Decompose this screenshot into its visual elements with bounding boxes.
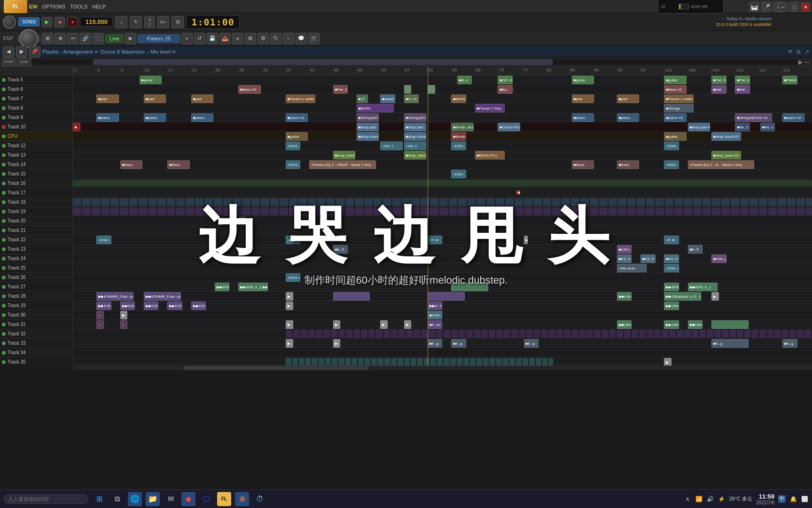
clip[interactable]: ■piano — [191, 113, 213, 122]
loop-icon[interactable]: ↻ — [130, 16, 142, 28]
clip[interactable] — [404, 85, 412, 94]
clip[interactable]: ■Bass #2 — [238, 85, 260, 94]
clip[interactable]: ♪Val..1 — [404, 142, 426, 150]
horizontal-scrollbar-top[interactable] — [32, 59, 797, 65]
clip[interactable]: ▶▶EFB..h_1 — [664, 283, 679, 291]
tray-icon-up[interactable]: ∧ — [684, 495, 691, 503]
magnet-button[interactable]: ⊕ — [55, 33, 66, 44]
loop-button[interactable]: ↩ — [67, 33, 78, 44]
menu-item-ew[interactable]: EW — [29, 4, 38, 9]
clip[interactable]: ■drop pad #2 — [688, 123, 710, 131]
clip[interactable]: ■pad — [191, 95, 213, 103]
clip[interactable]: ▶▶KSHMR_Fran..own_Paris — [96, 292, 133, 301]
plugin-button[interactable]: 🔌 — [270, 33, 281, 44]
clip[interactable]: ■guitar — [572, 76, 594, 84]
clip[interactable]: ▶▶KSH..ng — [120, 302, 135, 310]
clip[interactable]: ▶▶Ultrasonic..e 3 - Jungle — [664, 292, 701, 301]
clip[interactable]: ♪KSH.. — [286, 142, 300, 150]
master-volume-knob[interactable] — [3, 16, 16, 29]
clip[interactable]: ▶ — [286, 339, 293, 348]
midi-icon[interactable]: 🎹 — [749, 2, 759, 12]
playlist-detach[interactable]: ⧉ — [796, 48, 801, 55]
pattern-knob[interactable] — [17, 33, 40, 44]
track-content-area[interactable]: 1 5 9 13 17 21 25 29 33 37 41 45 49 53 5… — [73, 67, 812, 365]
stop-button[interactable]: ■ — [55, 17, 65, 27]
clip[interactable]: ♪P..th — [286, 236, 300, 244]
clip[interactable]: ■lead2 — [380, 95, 395, 103]
menu-item-tools[interactable]: TOOLS — [70, 4, 87, 9]
snap-icon[interactable]: W+ — [157, 16, 169, 28]
playlist-nav-fwd[interactable]: ▶ — [16, 46, 27, 57]
tray-icon-speaker[interactable]: 🔊 — [706, 495, 714, 503]
clip[interactable]: ▶▶Ultrasonic..e 3 - Jungle — [664, 302, 679, 310]
edge-browser-icon[interactable]: 🌐 — [128, 492, 142, 506]
clip[interactable]: ■KSH..p_08 — [617, 245, 632, 254]
clip[interactable]: ■Bass — [120, 160, 142, 169]
maximize-button[interactable]: □ — [789, 2, 799, 12]
menu-item-help[interactable]: HELP — [92, 4, 106, 9]
clip[interactable]: ■drop pad — [404, 123, 426, 131]
minimize-button[interactable]: ─ — [778, 2, 788, 12]
clip[interactable]: ▶▶KSH..ng — [144, 302, 158, 310]
clock-icon[interactable]: ⏱ — [253, 492, 267, 506]
clip[interactable]: ■Chord FILL — [498, 123, 520, 131]
clip[interactable]: ▶ — [286, 320, 293, 329]
collapse-button[interactable]: ≡ — [232, 33, 243, 44]
clip[interactable]: ■Break..olume — [451, 123, 473, 131]
clip[interactable]: ♪KSH.. — [451, 142, 466, 150]
fl-studio-taskbar-icon[interactable]: FL — [217, 492, 231, 506]
mini-step-btn[interactable]: STEP — [2, 58, 16, 66]
clip[interactable]: ■piano #2 — [782, 113, 804, 122]
playlist-nav-back[interactable]: ◀ — [3, 46, 14, 57]
clip[interactable]: ■Bass #2 — [664, 85, 686, 94]
clip[interactable]: ■piano #2 — [664, 113, 686, 122]
clip[interactable]: ♪KSH.. — [664, 160, 679, 169]
clip[interactable]: ▶▶Ultras..1 - (▶ — [617, 320, 632, 329]
clip[interactable]: ■BASS — [451, 95, 466, 103]
clip[interactable]: ■Pattern 28 — [782, 76, 797, 84]
clip[interactable]: ■drop_bass — [333, 151, 355, 159]
grid-button[interactable]: ⊞ — [245, 33, 256, 44]
curve-button[interactable]: ~ — [283, 33, 294, 44]
clip[interactable]: ■E..5 — [688, 245, 703, 254]
clip[interactable]: ■piano — [96, 113, 118, 122]
clip[interactable]: ■Pat..29 — [735, 76, 750, 84]
export-button[interactable]: 📤 — [219, 33, 231, 44]
clip[interactable]: ■BASS — [357, 104, 394, 112]
bpm-display[interactable]: 115.000 — [80, 17, 113, 27]
clip[interactable]: ■Strings — [664, 104, 694, 112]
app-icon-red[interactable]: ◆ — [181, 492, 195, 506]
clip[interactable]: ■pad — [572, 95, 594, 103]
clip[interactable]: ■piano — [572, 113, 594, 122]
clip[interactable]: ■E..5 — [333, 245, 348, 254]
mail-icon[interactable]: ✉ — [164, 492, 178, 506]
clip[interactable]: ■drop chord — [404, 132, 426, 141]
clip[interactable]: ▶▶EFB..h_1 — [215, 283, 229, 291]
link-button[interactable]: 🔗 — [80, 33, 91, 44]
clip[interactable]: ■drop_bass #2 — [711, 151, 741, 159]
metronome-icon[interactable]: ♩ — [115, 16, 127, 28]
clip[interactable] — [711, 320, 749, 329]
clip[interactable]: ■KS..0 — [664, 254, 679, 263]
clip[interactable]: ▶ — [286, 302, 293, 310]
clip[interactable]: ■Strings&Choir #2 — [735, 113, 772, 122]
mic-icon[interactable]: 🎤 — [761, 2, 772, 12]
clip[interactable]: ■link — [735, 85, 750, 94]
clip[interactable]: ■Strings&Choir — [404, 113, 426, 122]
menu-item-options[interactable]: OPTIONS — [42, 4, 66, 9]
h-scroll-thumb[interactable] — [184, 366, 368, 370]
clip[interactable] — [333, 292, 370, 301]
clip[interactable]: ♪P..th — [428, 236, 442, 244]
settings-button[interactable]: ⚙ — [258, 33, 269, 44]
clip[interactable]: ▶▶EFB..h_1 ▶▶▶▶ — [238, 283, 268, 291]
clip[interactable]: ■link — [711, 85, 726, 94]
clip[interactable]: ▶▶Ultras..1 - (▶ — [664, 320, 679, 329]
clip[interactable]: ▶ — [711, 292, 719, 301]
show-desktop-icon[interactable]: ⬜ — [801, 495, 808, 503]
clip[interactable]: ▶ — [404, 320, 412, 329]
clip[interactable]: ■Ba..2 — [735, 123, 750, 131]
pattern-selector[interactable]: Pattern 25 — [138, 34, 180, 43]
add-pattern-button[interactable]: + — [181, 33, 193, 44]
arrow-right-icon[interactable]: ▶ — [125, 33, 136, 44]
clip[interactable]: ■K..g — [524, 339, 539, 348]
